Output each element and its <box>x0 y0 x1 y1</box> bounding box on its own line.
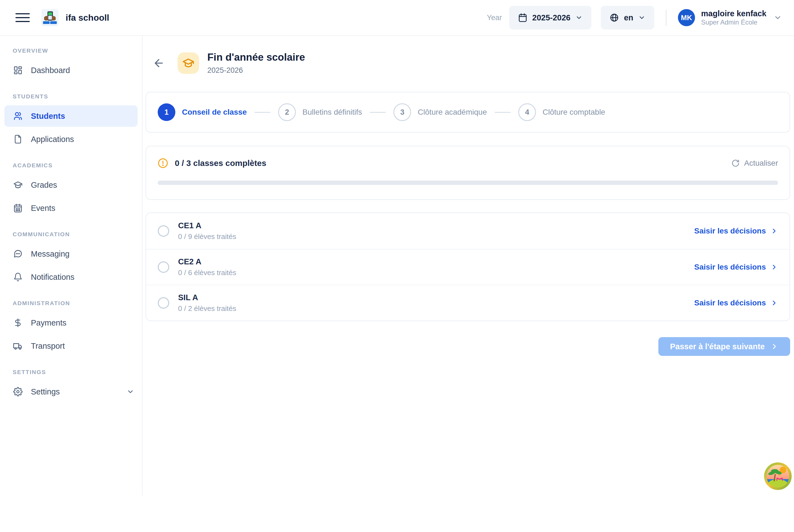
enter-decisions-link[interactable]: Saisir les décisions <box>694 263 778 271</box>
chevron-down-icon <box>127 388 134 396</box>
header-divider <box>666 10 666 26</box>
sidebar-item-label: Grades <box>31 180 57 190</box>
sidebar-item-applications[interactable]: Applications <box>4 129 137 150</box>
sidebar: OVERVIEW Dashboard STUDENTS Students <box>0 36 143 496</box>
sidebar-item-settings[interactable]: Settings <box>4 381 137 402</box>
sidebar-item-label: Applications <box>31 135 74 144</box>
sidebar-item-label: Dashboard <box>31 66 70 75</box>
top-bar: ifa schooll Year 2025-2026 en <box>0 0 794 36</box>
sidebar-item-label: Notifications <box>31 272 74 282</box>
year-label: Year <box>487 14 502 22</box>
enter-decisions-label: Saisir les décisions <box>694 299 766 307</box>
step-number: 2 <box>278 103 296 121</box>
progress-card: 0 / 3 classes complètes Actualiser <box>146 146 790 200</box>
chat-bubble-icon <box>13 249 23 259</box>
sidebar-item-events[interactable]: Events <box>4 197 137 219</box>
dashboard-icon <box>13 65 23 75</box>
class-row-sila: SIL A 0 / 2 élèves traités Saisir les dé… <box>146 285 790 321</box>
class-status-circle[interactable] <box>158 261 169 273</box>
sidebar-item-students[interactable]: Students <box>4 105 137 127</box>
island-badge-icon[interactable] <box>764 462 792 490</box>
sidebar-item-notifications[interactable]: Notifications <box>4 266 137 288</box>
dollar-icon <box>13 318 23 327</box>
calendar-icon <box>13 204 23 213</box>
users-icon <box>13 111 23 121</box>
class-status-circle[interactable] <box>158 225 169 237</box>
sidebar-item-transport[interactable]: Transport <box>4 335 137 357</box>
stepper: 1 Conseil de classe 2 Bulletins définiti… <box>146 92 790 133</box>
page-header: Fin d'année scolaire 2025-2026 <box>146 51 790 75</box>
sidebar-item-messaging[interactable]: Messaging <box>4 243 137 265</box>
user-menu[interactable]: magloire kenfack Super Admin École <box>701 9 767 27</box>
sidebar-item-label: Events <box>31 204 55 213</box>
sidebar-section-settings: SETTINGS <box>0 369 142 376</box>
progress-bar <box>158 180 778 185</box>
step-label: Conseil de classe <box>182 108 247 117</box>
app-name: ifa schooll <box>65 13 109 23</box>
sidebar-item-label: Students <box>31 112 65 121</box>
chevron-right-icon <box>770 263 778 271</box>
enter-decisions-label: Saisir les décisions <box>694 263 766 271</box>
step-label: Clôture académique <box>418 108 487 117</box>
class-detail: 0 / 6 élèves traités <box>178 268 236 277</box>
step-conseil-de-classe[interactable]: 1 Conseil de classe <box>158 103 247 121</box>
main-content: Fin d'année scolaire 2025-2026 1 Conseil… <box>143 36 794 356</box>
user-role: Super Admin École <box>701 18 767 26</box>
chevron-down-icon <box>575 14 583 21</box>
class-detail: 0 / 9 élèves traités <box>178 232 236 241</box>
chevron-down-icon[interactable] <box>774 14 782 22</box>
chevron-right-icon <box>770 299 778 307</box>
next-step-label: Passer à l'étape suivante <box>670 342 765 351</box>
classes-list: CE1 A 0 / 9 élèves traités Saisir les dé… <box>146 212 790 321</box>
truck-icon <box>13 341 23 350</box>
class-name: SIL A <box>178 293 236 302</box>
step-cloture-comptable[interactable]: 4 Clôture comptable <box>518 103 605 121</box>
sidebar-item-label: Payments <box>31 318 67 327</box>
chevron-right-icon <box>770 227 778 235</box>
user-avatar[interactable]: MK <box>678 9 695 26</box>
class-status-circle[interactable] <box>158 297 169 309</box>
sidebar-item-grades[interactable]: Grades <box>4 174 137 196</box>
graduation-cap-icon <box>13 180 23 190</box>
step-label: Bulletins définitifs <box>302 108 362 117</box>
enter-decisions-link[interactable]: Saisir les décisions <box>694 299 778 307</box>
back-arrow-icon[interactable] <box>151 55 167 71</box>
sidebar-item-payments[interactable]: Payments <box>4 312 137 334</box>
app-window: ifa schooll Year 2025-2026 en <box>0 0 794 532</box>
step-cloture-academique[interactable]: 3 Clôture académique <box>393 103 487 121</box>
language-value: en <box>624 13 633 22</box>
page-subtitle: 2025-2026 <box>207 66 305 75</box>
class-row-ce1a: CE1 A 0 / 9 élèves traités Saisir les dé… <box>146 213 790 249</box>
chevron-right-icon <box>770 342 778 350</box>
app-logo <box>41 9 58 26</box>
step-number: 4 <box>518 103 536 121</box>
progress-status: 0 / 3 classes complètes <box>175 158 266 168</box>
year-value: 2025-2026 <box>532 13 571 22</box>
sidebar-item-dashboard[interactable]: Dashboard <box>4 59 137 81</box>
file-icon <box>13 134 23 144</box>
sidebar-item-label: Messaging <box>31 249 70 259</box>
menu-icon[interactable] <box>16 11 30 25</box>
sidebar-section-communication: COMMUNICATION <box>0 231 142 238</box>
step-bulletins-definitifs[interactable]: 2 Bulletins définitifs <box>278 103 362 121</box>
step-connector <box>495 112 511 113</box>
class-detail: 0 / 2 élèves traités <box>178 304 236 313</box>
sidebar-item-label: Transport <box>31 342 65 350</box>
step-number: 1 <box>158 103 175 121</box>
year-selector[interactable]: 2025-2026 <box>509 6 592 30</box>
next-step-button[interactable]: Passer à l'étape suivante <box>658 337 790 356</box>
page-title: Fin d'année scolaire <box>207 51 305 63</box>
step-number: 3 <box>393 103 411 121</box>
calendar-icon <box>518 13 527 22</box>
class-name: CE1 A <box>178 221 236 230</box>
step-label: Clôture comptable <box>543 108 605 117</box>
gear-icon <box>13 387 23 396</box>
language-selector[interactable]: en <box>601 6 654 30</box>
enter-decisions-link[interactable]: Saisir les décisions <box>694 227 778 235</box>
user-name: magloire kenfack <box>701 9 767 18</box>
refresh-icon <box>732 159 740 167</box>
sidebar-section-academics: ACADEMICS <box>0 162 142 169</box>
class-row-ce2a: CE2 A 0 / 6 élèves traités Saisir les dé… <box>146 249 790 285</box>
refresh-button[interactable]: Actualiser <box>732 159 778 168</box>
step-connector <box>370 112 386 113</box>
